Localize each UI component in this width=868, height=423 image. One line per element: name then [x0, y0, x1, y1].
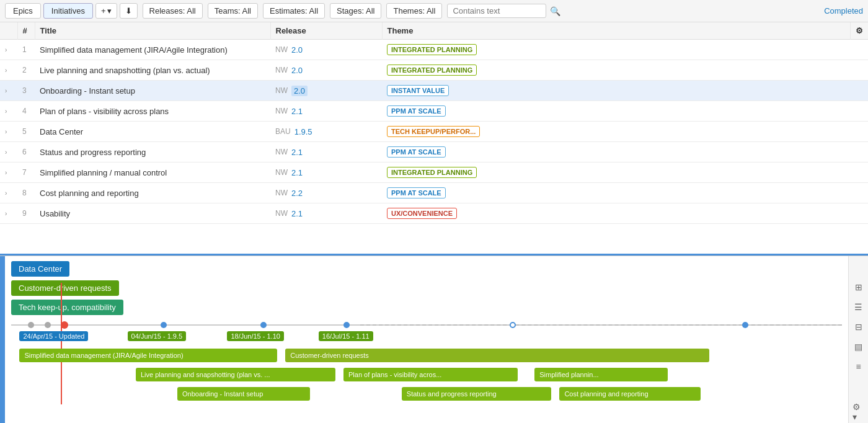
swimbar-2-1[interactable]: Status and progress reporting: [402, 387, 551, 401]
release-ver-8[interactable]: 2.1: [291, 209, 303, 218]
releases-filter[interactable]: Releases: All: [143, 3, 203, 19]
col-release-header: Release: [270, 22, 382, 40]
row-expand-1[interactable]: ›: [0, 60, 17, 81]
release-type-6: NW: [275, 168, 288, 177]
row-release-6: NW 2.1: [270, 163, 382, 183]
table-row: › 5 Data Center BAU 1.9.5 TECH KEEPUP/PE…: [0, 122, 868, 142]
row-title-6[interactable]: Simplified planning / manual control: [35, 163, 270, 183]
row-expand-7[interactable]: ›: [0, 183, 17, 203]
row-theme-5[interactable]: PPM AT SCALE: [382, 142, 851, 163]
theme-badge-5: PPM AT SCALE: [387, 146, 446, 158]
row-expand-4[interactable]: ›: [0, 122, 17, 142]
release-ver-7[interactable]: 2.2: [291, 189, 303, 198]
teams-filter[interactable]: Teams: All: [208, 3, 258, 19]
release-ver-5[interactable]: 2.1: [291, 148, 303, 157]
row-title-4[interactable]: Data Center: [35, 122, 270, 142]
row-title-1[interactable]: Live planning and snapshotting (plan vs.…: [35, 60, 270, 81]
row-title-3[interactable]: Plan of plans - visibility across plans: [35, 101, 270, 122]
row-title-2[interactable]: Onboarding - Instant setup: [35, 81, 270, 101]
row-title-5[interactable]: Status and progress reporting: [35, 142, 270, 163]
stages-filter[interactable]: Stages: All: [330, 3, 381, 19]
row-theme-2[interactable]: INSTANT VALUE: [382, 81, 851, 101]
swimbar-0-0[interactable]: Simplified data management (JIRA/Agile I…: [19, 349, 277, 362]
row-actions-8: [851, 203, 869, 224]
search-input[interactable]: [447, 4, 546, 18]
timeline-dot-1: [45, 322, 51, 328]
data-center-label[interactable]: Data Center: [11, 261, 69, 277]
swimbar-1-1[interactable]: Plan of plans - visibility acros...: [343, 368, 518, 381]
release-ver-0[interactable]: 2.0: [291, 45, 303, 55]
download-button[interactable]: ⬇: [120, 3, 138, 19]
row-theme-8[interactable]: UX/CONVENIENCE: [382, 203, 851, 224]
row-title-0[interactable]: Simplified data management (JIRA/Agile I…: [35, 40, 270, 60]
search-button[interactable]: 🔍: [550, 6, 560, 16]
row-actions-5: [851, 142, 869, 163]
row-num-1: 2: [17, 60, 35, 81]
col-theme-header: Theme: [382, 22, 851, 40]
table-row: › 4 Plan of plans - visibility across pl…: [0, 101, 868, 122]
tech-keepup-label[interactable]: Tech keep-up, compatibility: [11, 300, 123, 315]
row-expand-6[interactable]: ›: [0, 163, 17, 183]
row-theme-4[interactable]: TECH KEEPUP/PERFOR...: [382, 122, 851, 142]
plus-icon: +: [101, 6, 106, 16]
swimbar-2-2[interactable]: Cost planning and reporting: [559, 387, 701, 401]
initiatives-tab[interactable]: Initiatives: [43, 3, 93, 19]
row-expand-8[interactable]: ›: [0, 203, 17, 224]
release-ver-2[interactable]: 2.0: [291, 86, 308, 96]
row-actions-7: [851, 183, 869, 203]
row-theme-3[interactable]: PPM AT SCALE: [382, 101, 851, 122]
row-release-4: BAU 1.9.5: [270, 122, 382, 142]
rows-icon[interactable]: ≡: [852, 360, 865, 373]
table-row: › 1 Simplified data management (JIRA/Agi…: [0, 40, 868, 60]
grid-icon[interactable]: ▤: [852, 341, 865, 353]
customer-driven-label[interactable]: Customer-driven requests: [11, 280, 119, 296]
row-actions-1: [851, 60, 869, 81]
estimates-filter[interactable]: Estimates: All: [263, 3, 325, 19]
completed-link[interactable]: Completed: [824, 6, 863, 16]
swimbar-1-0[interactable]: Live planning and snapshotting (plan vs.…: [136, 368, 335, 381]
date-label-1: 04/Jun/15 - 1.9.5: [128, 331, 187, 341]
row-expand-2[interactable]: ›: [0, 81, 17, 101]
release-ver-3[interactable]: 2.1: [291, 107, 303, 116]
release-ver-1[interactable]: 2.0: [291, 66, 303, 75]
row-theme-6[interactable]: INTEGRATED PLANNING: [382, 163, 851, 183]
row-theme-7[interactable]: PPM AT SCALE: [382, 183, 851, 203]
themes-filter[interactable]: Themes: All: [386, 3, 442, 19]
settings-icon[interactable]: ⚙: [856, 26, 863, 35]
timeline-track: 24/Apr/15 - Updated 04/Jun/15 - 1.9.5 18…: [5, 320, 848, 344]
row-release-0: NW 2.0: [270, 40, 382, 60]
row-theme-1[interactable]: INTEGRATED PLANNING: [382, 60, 851, 81]
row-title-7[interactable]: Cost planning and reporting: [35, 183, 270, 203]
swimlane-row-0: Simplified data management (JIRA/Agile I…: [11, 347, 842, 363]
theme-badge-4: TECH KEEPUP/PERFOR...: [387, 126, 480, 137]
swimbar-0-1[interactable]: Customer-driven requests: [285, 349, 709, 362]
timeline-content: Data Center Customer-driven requests Tec…: [5, 256, 848, 423]
top-nav: Epics Initiatives + ▾ ⬇ Releases: All Te…: [0, 0, 868, 22]
row-title-8[interactable]: Usability: [35, 203, 270, 224]
col-settings[interactable]: ⚙: [851, 22, 869, 40]
timeline-dashed: [360, 324, 842, 326]
filter-icon[interactable]: ⊞: [852, 281, 865, 293]
timeline-line: [11, 320, 842, 330]
row-expand-3[interactable]: ›: [0, 101, 17, 122]
list-icon[interactable]: ☰: [852, 301, 865, 313]
download-icon: ⬇: [125, 6, 132, 16]
table-row: › 9 Usability NW 2.1 UX/CONVENIENCE: [0, 203, 868, 224]
gear-icon[interactable]: ⚙ ▾: [852, 406, 865, 418]
epics-tab[interactable]: Epics: [5, 3, 41, 19]
row-expand-0[interactable]: ›: [0, 40, 17, 60]
row-actions-4: [851, 122, 869, 142]
initiatives-table: # Title Release Theme ⚙ › 1 Simplified: [0, 22, 868, 256]
swimbar-1-2[interactable]: Simplified plannin...: [534, 368, 667, 381]
release-ver-4[interactable]: 1.9.5: [294, 127, 312, 136]
timeline-dot-3: [260, 322, 267, 328]
col-num: #: [17, 22, 35, 40]
timeline-dot-today: [61, 321, 68, 329]
swimbar-2-0[interactable]: Onboarding - Instant setup: [177, 387, 310, 401]
row-theme-0[interactable]: INTEGRATED PLANNING: [382, 40, 851, 60]
row-expand-5[interactable]: ›: [0, 142, 17, 163]
release-ver-6[interactable]: 2.1: [291, 168, 303, 177]
add-button[interactable]: + ▾: [95, 3, 117, 19]
table-icon[interactable]: ⊟: [852, 321, 865, 333]
table-row: › 3 Onboarding - Instant setup NW 2.0 IN…: [0, 81, 868, 101]
